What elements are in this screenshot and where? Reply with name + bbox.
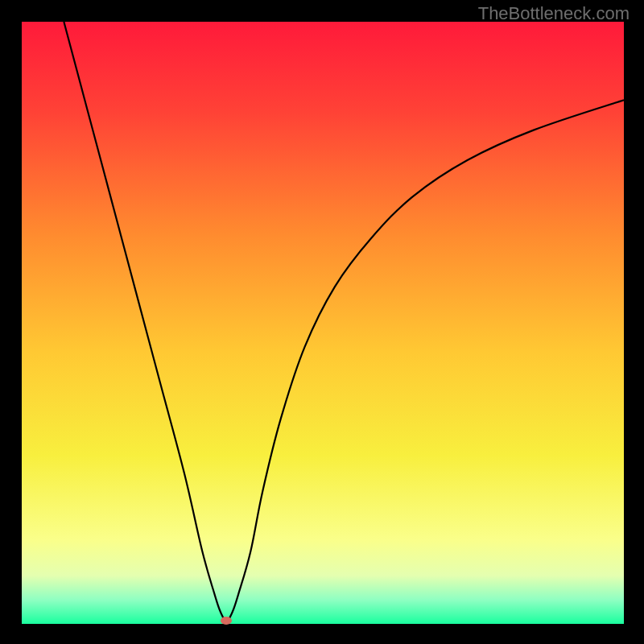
chart-frame: [22, 22, 624, 624]
bottleneck-curve: [64, 22, 624, 621]
curve-layer: [22, 22, 624, 624]
minimum-marker-icon: [221, 617, 232, 625]
